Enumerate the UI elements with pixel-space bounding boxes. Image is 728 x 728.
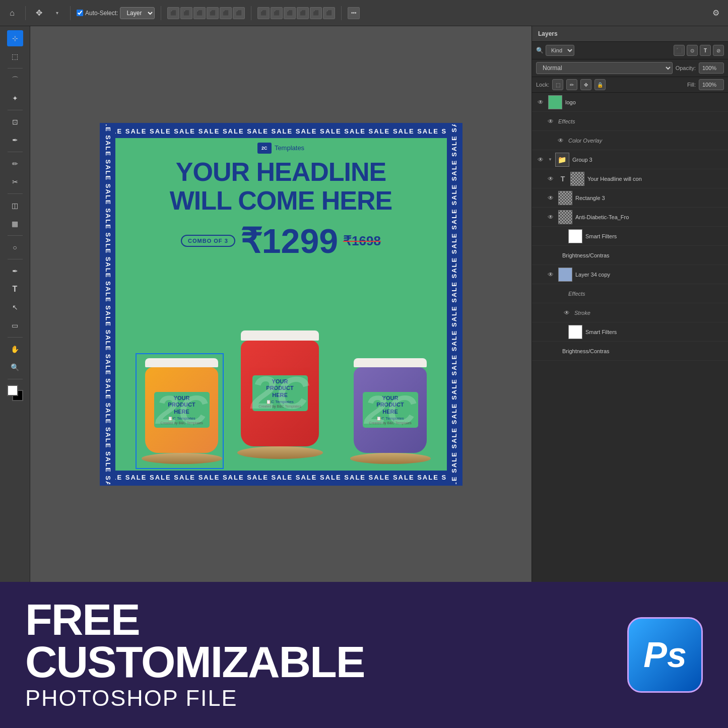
tool-marquee[interactable]: ⬚ xyxy=(7,48,23,64)
layers-kind-select[interactable]: Kind xyxy=(546,45,574,56)
lock-row: Lock: ⬚ ✏ ✥ 🔒 Fill: xyxy=(532,77,728,93)
toolbar: ⌂ ✥ ▾ Auto-Select: Layer ⬛ ⬛ ⬛ ⬛ ⬛ ⬛ ⬛ ⬛… xyxy=(0,0,728,26)
lock-pixel-btn[interactable]: ⬚ xyxy=(552,79,563,90)
jar-watermark-left: 2C xyxy=(156,387,207,433)
move-tool-icon[interactable]: ✥ xyxy=(32,6,46,20)
layer-34-effects[interactable]: 👁 Effects xyxy=(532,284,728,303)
headline-line2: WILL COME HERE xyxy=(170,186,392,215)
tool-eyedropper[interactable]: ✒ xyxy=(7,132,23,148)
home-icon[interactable]: ⌂ xyxy=(5,6,19,20)
ad-canvas: SALE SALE SALE SALE SALE SALE SALE SALE … xyxy=(100,123,462,486)
layer-select[interactable]: Layer xyxy=(120,7,155,19)
tool-eraser[interactable]: ◫ xyxy=(7,197,23,214)
layer-rect3-visibility[interactable]: 👁 xyxy=(546,193,555,203)
filter-type-icon[interactable]: T xyxy=(700,45,711,56)
tool-path-select[interactable]: ↖ xyxy=(7,299,23,315)
tool-pen[interactable]: ✒ xyxy=(7,263,23,279)
ps-icon-container: Ps xyxy=(627,617,703,693)
tool-magic-wand[interactable]: ✦ xyxy=(7,90,23,106)
fill-input[interactable] xyxy=(699,79,724,90)
dist-h-btn[interactable]: ⬛ xyxy=(257,7,270,19)
align-center-v-btn[interactable]: ⬛ xyxy=(220,7,232,19)
price-value: 1299 xyxy=(262,222,338,260)
color-swatches[interactable] xyxy=(7,385,23,401)
more-options-btn[interactable]: ••• xyxy=(348,7,360,19)
toolbar-sep-5 xyxy=(341,6,342,20)
layer-sf2-thumb xyxy=(568,325,582,339)
group3-expand-arrow[interactable]: ▼ xyxy=(548,157,552,162)
fill-label: Fill: xyxy=(687,82,696,88)
layer-brightness-1[interactable]: Brightness/Contras xyxy=(532,246,728,265)
tool-hand[interactable]: ✋ xyxy=(7,341,23,357)
jar-platform-right xyxy=(350,453,431,464)
tool-burn[interactable]: ○ xyxy=(7,239,23,255)
dist-6-btn[interactable]: ⬛ xyxy=(323,7,335,19)
lock-label: Lock: xyxy=(536,82,549,88)
layer-smart-filters-2[interactable]: 👁 Smart Filters xyxy=(532,322,728,342)
gear-icon[interactable]: ⚙ xyxy=(709,6,723,20)
layer-34-stroke[interactable]: 👁 Stroke xyxy=(532,303,728,322)
align-right-btn[interactable]: ⬛ xyxy=(193,7,206,19)
move-tool-arrow[interactable]: ▾ xyxy=(50,6,64,20)
layer-headline-visibility[interactable]: 👁 xyxy=(546,174,555,183)
filter-pixel-icon[interactable]: ⬛ xyxy=(674,45,685,56)
search-icon: 🔍 xyxy=(536,47,544,54)
layer-34-copy[interactable]: 👁 Layer 34 copy xyxy=(532,265,728,284)
opacity-label: Opacity: xyxy=(676,65,696,71)
align-top-btn[interactable]: ⬛ xyxy=(207,7,219,19)
toolbar-sep-3 xyxy=(161,6,161,20)
layer-logo-effects[interactable]: 👁 Effects xyxy=(532,112,728,131)
blend-mode-select[interactable]: Normal xyxy=(536,62,673,74)
layer-headline-text[interactable]: 👁 T Your Headline will con xyxy=(532,169,728,188)
toolbar-sep-2 xyxy=(70,6,71,20)
align-center-h-btn[interactable]: ⬛ xyxy=(180,7,192,19)
layers-filter-icons: ⬛ ⊙ T ⊘ xyxy=(674,45,724,56)
combo-badge: COMBO OF 3 xyxy=(181,235,235,247)
layer-group3[interactable]: 👁 ▼ 📁 Group 3 xyxy=(532,150,728,169)
layer-brightness-1-name: Brightness/Contras xyxy=(562,252,724,258)
filter-adjustment-icon[interactable]: ⊙ xyxy=(687,45,698,56)
foreground-color-swatch[interactable] xyxy=(7,385,18,396)
tool-shape[interactable]: ▭ xyxy=(7,317,23,334)
layer-rect3[interactable]: 👁 Rectangle 3 xyxy=(532,188,728,208)
layer-34-visibility[interactable]: 👁 xyxy=(546,270,555,279)
dist-v-btn[interactable]: ⬛ xyxy=(271,7,283,19)
align-left-btn[interactable]: ⬛ xyxy=(167,7,179,19)
dist-5-btn[interactable]: ⬛ xyxy=(310,7,322,19)
tool-gradient[interactable]: ▦ xyxy=(7,216,23,232)
auto-select-checkbox[interactable] xyxy=(77,10,83,16)
tool-crop[interactable]: ⊡ xyxy=(7,114,23,130)
filter-shape-icon[interactable]: ⊘ xyxy=(713,45,724,56)
layer-effects-visibility[interactable]: 👁 xyxy=(546,117,555,126)
opacity-input[interactable] xyxy=(699,62,724,74)
layer-group3-visibility[interactable]: 👁 xyxy=(536,155,545,164)
layer-logo[interactable]: 👁 logo xyxy=(532,93,728,112)
layer-color-overlay[interactable]: 👁 Color Overlay xyxy=(532,131,728,150)
layer-stroke-visibility[interactable]: 👁 xyxy=(562,308,571,317)
tool-clone[interactable]: ✂ xyxy=(7,174,23,190)
effects-label-2: Effects xyxy=(568,291,585,297)
jar-cap-center xyxy=(241,330,319,341)
tool-type[interactable]: T xyxy=(7,281,23,297)
jar-body-right: 2C YOURPRODUCTHERE 📋C Templates Created … xyxy=(354,367,427,453)
tool-lasso[interactable]: ⌒ xyxy=(7,72,23,88)
layer-brightness-2[interactable]: Brightness/Contras xyxy=(532,342,728,361)
align-bottom-btn[interactable]: ⬛ xyxy=(233,7,245,19)
tool-zoom[interactable]: 🔍 xyxy=(7,359,23,375)
dist-4-btn[interactable]: ⬛ xyxy=(297,7,309,19)
lock-draw-btn[interactable]: ✏ xyxy=(566,79,577,90)
layer-co-visibility[interactable]: 👁 xyxy=(556,136,565,145)
jar-body-left: 2C YOURPRODUCTHERE 📋C Templates Created … xyxy=(145,367,218,453)
tool-move[interactable]: ⊹ xyxy=(7,30,23,46)
layer-logo-visibility[interactable]: 👁 xyxy=(536,98,545,107)
tool-brush[interactable]: ✏ xyxy=(7,156,23,172)
dist-3-btn[interactable]: ⬛ xyxy=(284,7,296,19)
layer-antidiabetic[interactable]: 👁 Anti-Diabetic-Tea_Fro xyxy=(532,208,728,227)
layers-list[interactable]: 👁 logo 👁 Effects 👁 Color Overlay 👁 ▼ xyxy=(532,93,728,582)
layer-smart-filters-1[interactable]: 👁 Smart Filters xyxy=(532,227,728,246)
bottom-banner: FREE CUSTOMIZABLE PHOTOSHOP FILE Ps xyxy=(0,582,728,728)
layer-antidiabetic-visibility[interactable]: 👁 xyxy=(546,213,555,222)
price-symbol: ₹ xyxy=(240,222,262,260)
lock-all-btn[interactable]: 🔒 xyxy=(594,79,606,90)
lock-move-btn[interactable]: ✥ xyxy=(580,79,591,90)
